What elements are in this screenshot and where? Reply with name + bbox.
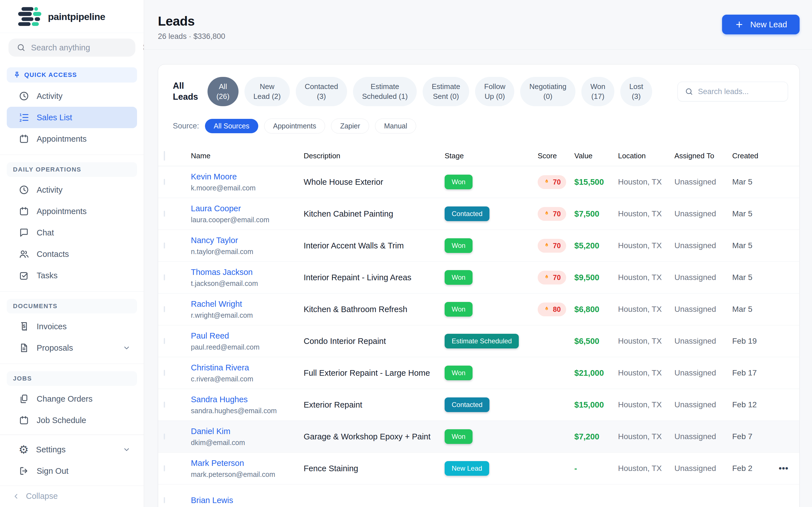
sidebar-item-tasks[interactable]: Tasks [7,265,137,286]
sidebar-item-change-orders[interactable]: Change Orders [7,388,137,409]
lead-assigned: Unassigned [674,337,732,346]
main-content: Leads 26 leads · $336,800 New Lead AllLe… [144,0,812,507]
tab-follow-up-0[interactable]: FollowUp (0) [475,77,514,106]
sign-out-icon [18,466,29,476]
source-label: Source: [173,122,199,130]
row-checkbox[interactable] [164,211,165,217]
search-icon [16,43,26,52]
tab-negotiating-0[interactable]: Negotiating(0) [520,77,575,106]
new-lead-button[interactable]: New Lead [722,15,800,34]
lead-name-link[interactable]: Paul Reed [191,331,304,341]
calendar-icon [18,206,29,217]
lead-name-link[interactable]: Daniel Kim [191,427,304,436]
source-filter-zapier[interactable]: Zapier [331,119,369,133]
lead-description: Full Exterior Repaint - Large Home [304,369,445,378]
page-title: Leads [158,13,225,29]
sidebar-item-appointments[interactable]: Appointments [7,201,137,222]
tab-lost-3[interactable]: Lost(3) [620,77,652,106]
svg-text:2: 2 [19,118,21,122]
stage-badge: Won [445,429,472,444]
lead-name-link[interactable]: Nancy Taylor [191,236,304,245]
lead-assigned: Unassigned [674,464,732,473]
column-header-created[interactable]: Created [732,152,779,160]
lead-email: paul.reed@email.com [191,343,304,351]
leads-search[interactable] [677,82,788,101]
sidebar-item-label: Chat [37,228,54,237]
row-checkbox[interactable] [164,402,165,407]
source-filter-manual[interactable]: Manual [375,119,416,133]
lead-name-link[interactable]: Laura Cooper [191,204,304,213]
list-ordered-icon: 12 [18,112,29,123]
row-checkbox[interactable] [164,370,165,376]
column-header-value[interactable]: Value [574,152,618,160]
leads-search-input[interactable] [698,87,781,96]
gear-icon: ⚙ [18,444,29,455]
lead-email: laura.cooper@email.com [191,216,304,224]
clock-icon [18,91,29,101]
tab-estimate-sent-0[interactable]: EstimateSent (0) [423,77,469,106]
svg-text:1: 1 [19,113,22,117]
lead-location: Houston, TX [618,337,674,346]
row-checkbox[interactable] [164,179,165,185]
sidebar-item-appointments[interactable]: Appointments [7,128,137,150]
stage-badge: Estimate Scheduled [445,334,519,348]
table-row: Christina Riverac.rivera@email.comFull E… [158,357,799,389]
row-checkbox[interactable] [164,242,165,248]
global-search-input[interactable] [31,43,137,52]
tab-contacted-3[interactable]: Contacted(3) [296,77,347,106]
source-filter-appointments[interactable]: Appointments [264,119,325,133]
row-checkbox[interactable] [164,274,165,280]
row-checkbox[interactable] [164,338,165,344]
lead-name-link[interactable]: Brian Lewis [191,496,304,505]
sidebar-item-activity[interactable]: Activity [7,86,137,107]
lead-name-link[interactable]: Sandra Hughes [191,395,304,404]
row-actions-button[interactable]: ••• [779,464,794,473]
tab-estimate-scheduled-1[interactable]: EstimateScheduled (1) [353,77,417,106]
sidebar-item-activity[interactable]: Activity [7,179,137,201]
sidebar-item-contacts[interactable]: Contacts [7,243,137,265]
sidebar-item-sign-out[interactable]: Sign Out [7,460,137,482]
sidebar-item-settings[interactable]: ⚙Settings [7,439,137,460]
tab-won-17[interactable]: Won(17) [581,77,614,106]
lead-name-link[interactable]: Kevin Moore [191,172,304,181]
lead-name-link[interactable]: Rachel Wright [191,299,304,309]
stage-badge: Won [445,175,472,189]
lead-name-link[interactable]: Mark Peterson [191,459,304,468]
lead-location: Houston, TX [618,305,674,314]
column-header-name[interactable]: Name [191,152,304,160]
collapse-button[interactable]: Collapse [0,486,144,507]
sidebar-item-job-schedule[interactable]: Job Schedule [7,409,137,431]
global-search[interactable]: ⌘ K [8,39,135,57]
lead-description: Interior Accent Walls & Trim [304,241,445,250]
lead-created: Feb 7 [732,432,779,441]
select-all-checkbox[interactable] [164,151,165,161]
flame-icon [543,305,550,313]
lead-description: Garage & Workshop Epoxy + Paint [304,432,445,441]
sidebar-item-proposals[interactable]: Proposals [7,337,137,358]
row-checkbox[interactable] [164,497,165,503]
tab-all-26[interactable]: All(26) [207,77,239,106]
chat-icon [18,227,29,238]
lead-description: Interior Repaint - Living Areas [304,273,445,282]
row-checkbox[interactable] [164,306,165,312]
column-header-description[interactable]: Description [304,152,445,160]
sidebar-item-label: Activity [37,185,63,194]
lead-created: Mar 5 [732,177,779,186]
row-checkbox[interactable] [164,434,165,439]
lead-name-link[interactable]: Christina Rivera [191,363,304,372]
column-header-stage[interactable]: Stage [445,152,538,160]
row-checkbox[interactable] [164,465,165,471]
lead-email: t.jackson@email.com [191,279,304,288]
sidebar-item-invoices[interactable]: $Invoices [7,316,137,337]
column-header-location[interactable]: Location [618,152,674,160]
lead-name-link[interactable]: Thomas Jackson [191,268,304,277]
column-header-score[interactable]: Score [538,152,574,160]
sidebar-item-chat[interactable]: Chat [7,222,137,243]
source-filter-all-sources[interactable]: All Sources [205,119,258,133]
plus-icon [734,20,744,29]
lead-email: c.rivera@email.com [191,375,304,383]
column-header-assigned-to[interactable]: Assigned To [674,152,732,160]
tab-new-lead-2[interactable]: NewLead (2) [245,77,290,106]
sidebar-item-sales-list[interactable]: 12Sales List [7,107,137,128]
sidebar: paintpipeline ⌘ K QUICK ACCESS Activity1… [0,0,144,507]
